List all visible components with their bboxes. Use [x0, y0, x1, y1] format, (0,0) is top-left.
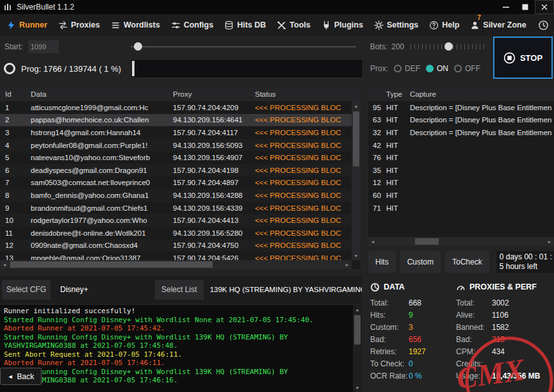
nav-item-settings[interactable]: Settings: [374, 20, 418, 30]
data-stats-title: DATA: [384, 282, 405, 291]
table-row[interactable]: 8bamfo_dennis@yahoo.com:Ghana194.130.209…: [0, 189, 352, 202]
nav-item-silver-zone[interactable]: 7 Silver Zone: [470, 20, 526, 30]
column-header-type[interactable]: Type: [385, 90, 409, 98]
plug-icon: [322, 20, 331, 30]
table-row[interactable]: 10rodgertaylor1977@yahoo.com:Who157.90.7…: [0, 214, 352, 227]
table-row[interactable]: 7sam0503@comcast.net:Iloveprince0157.90.…: [0, 177, 352, 190]
scroll-down-icon[interactable]: ▼: [353, 383, 362, 392]
stat-label: To Check:: [370, 359, 409, 368]
column-header-capture[interactable]: Capture: [409, 90, 554, 98]
hit-row[interactable]: 32HITDescription = [Disney Plus Base Ent…: [368, 126, 554, 139]
table-row[interactable]: 1atticusmcglone1999@gmail.com:Hc157.90.7…: [0, 101, 352, 114]
tab-custom[interactable]: Custom: [400, 251, 441, 273]
bots-slider[interactable]: [411, 42, 485, 51]
row-proxy: 94.130.209.156:5280: [168, 229, 250, 237]
pie-chart-icon: [370, 282, 380, 292]
history-button[interactable]: [537, 19, 550, 31]
hit-row[interactable]: 76HIT: [368, 151, 554, 164]
table-row[interactable]: 2pappas@homechoice.co.uk:Challen94.130.2…: [0, 114, 352, 127]
results-horizontal-scrollbar[interactable]: ◄ ►: [0, 260, 352, 269]
table-row[interactable]: 9brandonmifsud@gmail.com:Chiefs194.130.2…: [0, 202, 352, 215]
nav-item-tools[interactable]: Tools: [277, 20, 310, 30]
row-data: brandonmifsud@gmail.com:Chiefs1: [26, 204, 168, 212]
scroll-up-icon[interactable]: ▲: [353, 305, 362, 314]
clock-icon: [538, 20, 549, 31]
nav-item-label: Tools: [289, 20, 310, 29]
select-list-button[interactable]: Select List: [155, 280, 204, 300]
table-row[interactable]: 5nateevans10@yahoo.com:Steveforb94.130.2…: [0, 151, 352, 164]
log-scrollbar[interactable]: ▲ ▼: [353, 305, 362, 392]
column-header-status[interactable]: Status: [250, 90, 361, 98]
scrollbar-thumb[interactable]: [354, 315, 361, 345]
bots-slider-thumb[interactable]: [444, 42, 453, 51]
scrollbar-thumb[interactable]: [10, 261, 213, 268]
nav-item-proxies[interactable]: Proxies: [58, 20, 100, 30]
table-row[interactable]: 6deadlyspecs@gmail.com:Dragon91157.90.74…: [0, 164, 352, 177]
prox-option-def[interactable]: DEF: [394, 64, 420, 73]
hit-row[interactable]: 12HIT: [368, 177, 554, 190]
nav-item-runner[interactable]: Runner: [6, 20, 47, 30]
scrollbar-thumb[interactable]: [415, 238, 439, 245]
scroll-down-icon[interactable]: ▼: [352, 251, 361, 260]
log-line: Started Running Config Disney+ with Word…: [4, 368, 353, 385]
scroll-left-icon[interactable]: ◄: [0, 260, 9, 269]
table-row[interactable]: 13mpgehle@gmail.com:Orion31387157.90.74.…: [0, 252, 352, 260]
stop-button[interactable]: STOP: [493, 37, 553, 79]
hit-row[interactable]: 71HIT: [368, 202, 554, 215]
hit-num: 95: [368, 104, 385, 111]
hit-row[interactable]: 35HIT: [368, 164, 554, 177]
row-id: 13: [0, 254, 26, 260]
row-id: 5: [0, 154, 26, 161]
stat-label: Credits:: [456, 359, 492, 368]
column-header-data[interactable]: Data: [26, 90, 168, 98]
scroll-right-icon[interactable]: ►: [343, 260, 352, 269]
tab-tocheck[interactable]: ToCheck: [445, 251, 489, 273]
scroll-left-icon[interactable]: ◄: [368, 237, 377, 246]
nav-item-wordlists[interactable]: Wordlists: [111, 20, 160, 30]
log-line: Aborted Runner at 2021-07-05 17:45:42.: [4, 324, 353, 333]
scroll-up-icon[interactable]: ▲: [352, 101, 361, 110]
prox-option-on[interactable]: ON: [426, 64, 448, 73]
back-button[interactable]: ◄ Back: [0, 368, 42, 385]
row-data: pappas@homechoice.co.uk:Challen: [26, 116, 168, 124]
column-header-proxy[interactable]: Proxy: [168, 90, 250, 98]
column-header-id[interactable]: Id: [0, 90, 26, 98]
table-row[interactable]: 11denisdobree@t-online.de:Wotlk20194.130…: [0, 227, 352, 240]
hit-row[interactable]: 42HIT: [368, 139, 554, 152]
stat-row: Bad:315: [456, 333, 553, 345]
table-row[interactable]: 4peytonfuller08@gmail.com:Purple1!94.130…: [0, 139, 352, 152]
nav-item-help[interactable]: Help: [429, 20, 459, 30]
row-proxy: 157.90.74.204:4413: [168, 216, 250, 224]
hit-type: HIT: [385, 142, 409, 149]
start-slider-thumb[interactable]: [134, 42, 142, 51]
nav-item-configs[interactable]: Configs: [171, 20, 214, 30]
row-status: <<< PROCESSING BLOC: [250, 167, 352, 174]
row-proxy: 157.90.74.204:4897: [168, 179, 250, 186]
select-config-button[interactable]: Select CFG: [2, 280, 51, 300]
scroll-right-icon[interactable]: ►: [545, 237, 554, 246]
stat-row: Banned:1582: [456, 321, 553, 333]
hit-row[interactable]: 63HITDescription = [Disney Plus Base Ent…: [368, 114, 554, 127]
results-grid: Id Data Proxy Status 1atticusmcglone1999…: [0, 87, 361, 269]
maximize-button[interactable]: [516, 0, 535, 14]
close-button[interactable]: [535, 0, 554, 14]
table-row[interactable]: 120909nate@gmail.com:Chaosxd4157.90.74.2…: [0, 240, 352, 252]
minimize-button[interactable]: [496, 0, 516, 14]
prox-option-off[interactable]: OFF: [454, 64, 480, 73]
data-stats-panel: DATA Total:668Hits:9Custom:3Bad:656Retri…: [370, 281, 455, 382]
hit-num: 76: [368, 154, 385, 161]
start-slider[interactable]: [131, 42, 356, 51]
start-input[interactable]: [28, 40, 59, 53]
table-row[interactable]: 3hstrong14@gmail.com:Hannah14157.90.74.2…: [0, 126, 352, 139]
results-vertical-scrollbar[interactable]: ▲ ▼: [352, 101, 361, 260]
hits-horizontal-scrollbar[interactable]: ◄ ►: [368, 237, 554, 246]
hit-row[interactable]: 60HIT: [368, 189, 554, 202]
nav-item-plugins[interactable]: Plugins: [322, 20, 363, 30]
hit-row[interactable]: 95HITDescription = [Disney Plus Base Ent…: [368, 101, 554, 114]
tab-hits[interactable]: Hits: [368, 251, 396, 273]
proxies-icon: [58, 20, 68, 30]
row-status: <<< PROCESSING BLOC: [250, 129, 352, 136]
scrollbar-thumb[interactable]: [353, 111, 359, 167]
nav-item-hits-db[interactable]: Hits DB: [224, 20, 266, 30]
results-grid-header: Id Data Proxy Status: [0, 87, 361, 101]
